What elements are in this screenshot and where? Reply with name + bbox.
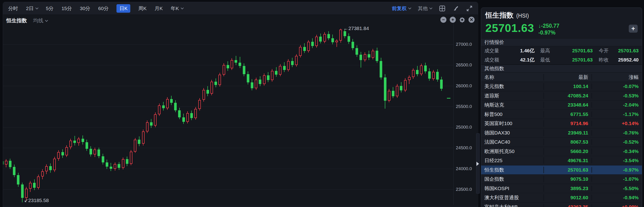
drawing-brush-icon[interactable] [452,5,459,12]
candle-body [33,183,36,188]
candle-body [45,166,48,171]
candle-body [299,47,302,56]
index-row-4[interactable]: 标普5006771.55-1.17% [481,110,642,119]
add-to-watchlist-button[interactable]: + [629,25,638,33]
index-change-percent: -2.04% [592,102,642,108]
candle-body [118,164,120,168]
candle-body [210,82,213,94]
index-row-12[interactable]: 韩国KOSPI3895.23-5.50% [481,184,642,193]
index-name: 道琼斯 [481,92,544,99]
index-last-price: 6771.55 [544,111,592,117]
candle-body [82,139,84,142]
price-change-percent: -0.97% [538,29,560,36]
candle-body [194,109,197,118]
tab-interval-time[interactable]: 分时 [8,5,18,12]
gridline [3,107,454,107]
index-last-price: 9714.96 [544,121,592,126]
candle-body [311,42,314,46]
axis-tick-label: 27000.0 [456,42,472,47]
candle-body [62,152,64,155]
candlestick-plot[interactable]: 恒生指数 均线 ←27381.84↙23185.58 [3,15,454,205]
candle-body [440,80,443,89]
candle-body [21,184,24,198]
tab-interval-weekly-k[interactable]: 周K [138,5,146,12]
index-row-2[interactable]: 道琼斯47085.24-0.53% [481,91,642,101]
index-change-percent: -5.50% [592,186,642,191]
index-row-7[interactable]: 法国CAC408067.53-0.52% [481,137,642,147]
index-row-1[interactable]: 美元指数100.14-0.07% [481,82,642,91]
quote-value: 25952.40 [616,57,638,63]
interval-tabs: 分时 2日 5分 15分 30分 60分 日K 周K 月K 年K [8,4,183,13]
index-row-5[interactable]: 英国富时1009714.96+0.14% [481,119,642,128]
quote-value: 25701.63 [557,57,593,63]
candle-body [126,159,128,164]
index-change-percent: -0.53% [592,93,642,99]
candle-body [275,71,278,75]
candle-body [162,105,165,108]
close-chart-button[interactable]: ✕ [468,17,474,23]
tab-interval-60min[interactable]: 60分 [98,5,108,12]
index-name: 日经225 [481,157,544,164]
gridline [3,169,454,169]
tab-interval-yearly-k[interactable]: 年K [171,5,183,12]
layout-grid-icon[interactable] [439,5,446,12]
candle-body [432,72,435,79]
candle-body [174,103,177,110]
zoom-out-button[interactable]: − [440,17,446,23]
candle-body [368,54,370,58]
quote-label: 今开 [599,47,616,54]
index-name: 恒生指数 [481,167,544,173]
candle-body [178,110,181,117]
candle-body [279,66,282,75]
fullscreen-expand-icon[interactable] [466,5,473,12]
index-row-3[interactable]: 纳斯达克23348.64-2.04% [481,100,642,110]
index-row-10[interactable]: 恒生指数25701.63-0.97% [481,165,642,175]
chart-card: 分时 2日 5分 15分 30分 60分 日K 周K 月K 年K 前复权 其他 [3,2,478,207]
index-change-percent: -1.17% [592,111,642,117]
candle-body [384,77,386,101]
last-price-marker [447,98,450,99]
chevron-down-icon [181,6,184,10]
tab-interval-daily-k[interactable]: 日K [116,4,130,13]
candle-body [380,61,382,78]
chevron-down-icon [408,6,411,10]
index-name: 英国富时100 [481,120,544,127]
candle-body [66,147,68,155]
index-name: 纳斯达克 [481,102,544,108]
axis-tick-label: 24000.0 [456,166,472,171]
chart-settings-gear-icon[interactable] [459,17,465,23]
quote-label: 最高 [540,47,557,54]
index-change-percent: -0.76% [592,130,642,136]
tab-interval-2day[interactable]: 2日 [26,5,38,12]
index-row-8[interactable]: 欧洲斯托克505660.20-0.34% [481,147,642,156]
index-row-6[interactable]: 德国DAX3023949.11-0.76% [481,128,642,138]
candle-body [41,171,44,176]
candle-body [364,54,366,60]
candle-body [234,60,237,63]
tab-interval-monthly-k[interactable]: 月K [154,5,163,12]
index-row-13[interactable]: 澳大利亚普通股9012.60-0.94% [481,193,642,202]
candle-body [170,99,173,103]
index-change-percent: -0.34% [592,149,642,154]
index-row-11[interactable]: 国企指数9075.10-1.07% [481,175,642,184]
ma-indicator-dropdown[interactable]: 均线 [33,17,48,24]
tab-interval-5min[interactable]: 5分 [46,5,54,12]
candle-body [154,114,156,126]
panel-ticker: (HSI) [516,13,529,19]
candle-body [158,105,160,115]
candle-body [206,90,209,94]
adjust-type-dropdown[interactable]: 前复权 [392,5,411,12]
index-row-9[interactable]: 日经22549676.31-3.54% [481,156,642,165]
other-dropdown[interactable]: 其他 [418,5,432,12]
index-row-14[interactable]: 富时意大利MIB43262.35+0.09% [481,202,642,207]
candle-body [102,156,104,163]
zoom-in-button[interactable]: + [450,17,456,23]
indices-section-header: 其他指数 [481,65,642,73]
tab-interval-30min[interactable]: 30分 [80,5,90,12]
candle-body [388,91,390,101]
tab-interval-15min[interactable]: 15分 [62,5,72,12]
index-last-price: 9012.60 [544,195,592,200]
indices-table-header: 名称 最新 涨幅 [481,73,642,82]
index-last-price: 3895.23 [544,186,592,191]
candle-body [303,47,306,51]
